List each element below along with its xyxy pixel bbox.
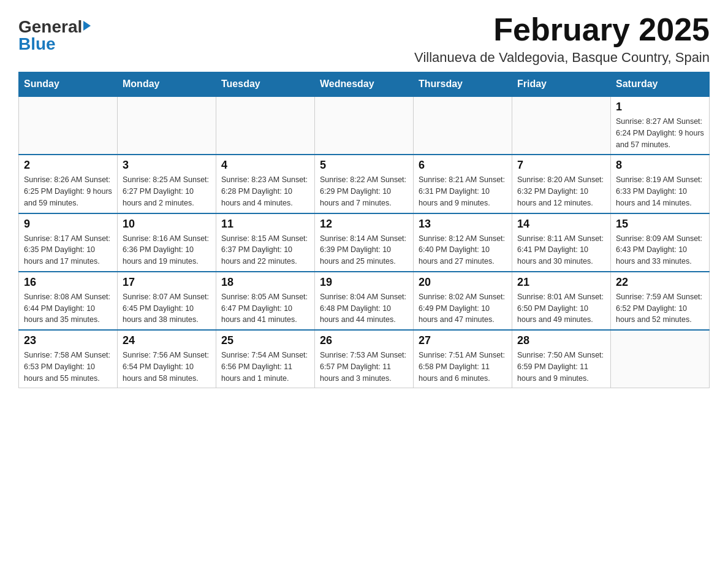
day-number: 22 bbox=[616, 276, 704, 289]
day-info: Sunrise: 8:20 AM Sunset: 6:32 PM Dayligh… bbox=[517, 174, 605, 209]
calendar-cell: 7Sunrise: 8:20 AM Sunset: 6:32 PM Daylig… bbox=[512, 155, 611, 213]
day-number: 24 bbox=[123, 334, 211, 347]
calendar-cell: 28Sunrise: 7:50 AM Sunset: 6:59 PM Dayli… bbox=[512, 330, 611, 388]
calendar-cell bbox=[118, 96, 216, 155]
day-info: Sunrise: 8:22 AM Sunset: 6:29 PM Dayligh… bbox=[320, 174, 408, 209]
day-number: 2 bbox=[24, 159, 112, 172]
calendar-header-thursday: Thursday bbox=[414, 72, 512, 97]
calendar-week-4: 16Sunrise: 8:08 AM Sunset: 6:44 PM Dayli… bbox=[19, 272, 710, 330]
day-number: 19 bbox=[320, 276, 408, 289]
day-number: 1 bbox=[616, 101, 704, 113]
day-number: 11 bbox=[221, 218, 309, 231]
logo-arrow-icon bbox=[83, 21, 91, 31]
day-number: 20 bbox=[419, 276, 507, 289]
calendar-cell: 22Sunrise: 7:59 AM Sunset: 6:52 PM Dayli… bbox=[611, 272, 710, 330]
calendar-cell: 18Sunrise: 8:05 AM Sunset: 6:47 PM Dayli… bbox=[216, 272, 315, 330]
calendar-cell: 11Sunrise: 8:15 AM Sunset: 6:37 PM Dayli… bbox=[216, 213, 315, 272]
calendar-header-monday: Monday bbox=[118, 72, 216, 97]
calendar-header-friday: Friday bbox=[512, 72, 611, 97]
logo: General Blue bbox=[18, 12, 91, 53]
calendar-cell: 8Sunrise: 8:19 AM Sunset: 6:33 PM Daylig… bbox=[611, 155, 710, 213]
day-info: Sunrise: 8:14 AM Sunset: 6:39 PM Dayligh… bbox=[320, 233, 408, 267]
day-number: 9 bbox=[24, 218, 112, 231]
day-number: 28 bbox=[517, 334, 605, 347]
calendar-header-wednesday: Wednesday bbox=[315, 72, 414, 97]
day-info: Sunrise: 8:16 AM Sunset: 6:36 PM Dayligh… bbox=[123, 233, 211, 267]
day-number: 17 bbox=[123, 276, 211, 289]
calendar-cell bbox=[315, 96, 414, 155]
day-number: 10 bbox=[123, 218, 211, 231]
calendar-header-tuesday: Tuesday bbox=[216, 72, 315, 97]
calendar-cell: 5Sunrise: 8:22 AM Sunset: 6:29 PM Daylig… bbox=[315, 155, 414, 213]
day-info: Sunrise: 7:56 AM Sunset: 6:54 PM Dayligh… bbox=[123, 350, 211, 384]
calendar-cell: 13Sunrise: 8:12 AM Sunset: 6:40 PM Dayli… bbox=[414, 213, 512, 272]
day-info: Sunrise: 8:25 AM Sunset: 6:27 PM Dayligh… bbox=[123, 174, 211, 209]
calendar-cell bbox=[611, 330, 710, 388]
calendar-cell: 2Sunrise: 8:26 AM Sunset: 6:25 PM Daylig… bbox=[19, 155, 118, 213]
logo-blue-text: Blue bbox=[18, 36, 56, 53]
calendar-cell bbox=[512, 96, 611, 155]
calendar-cell: 4Sunrise: 8:23 AM Sunset: 6:28 PM Daylig… bbox=[216, 155, 315, 213]
page-header: General Blue February 2025 Villanueva de… bbox=[18, 12, 710, 66]
month-title: February 2025 bbox=[414, 12, 710, 47]
calendar-cell: 26Sunrise: 7:53 AM Sunset: 6:57 PM Dayli… bbox=[315, 330, 414, 388]
calendar-cell: 12Sunrise: 8:14 AM Sunset: 6:39 PM Dayli… bbox=[315, 213, 414, 272]
day-info: Sunrise: 8:15 AM Sunset: 6:37 PM Dayligh… bbox=[221, 233, 309, 267]
title-block: February 2025 Villanueva de Valdegovia, … bbox=[414, 12, 710, 66]
day-info: Sunrise: 8:08 AM Sunset: 6:44 PM Dayligh… bbox=[24, 291, 112, 326]
day-number: 4 bbox=[221, 159, 309, 172]
day-info: Sunrise: 8:09 AM Sunset: 6:43 PM Dayligh… bbox=[616, 233, 704, 267]
day-info: Sunrise: 8:21 AM Sunset: 6:31 PM Dayligh… bbox=[419, 174, 507, 209]
day-info: Sunrise: 8:12 AM Sunset: 6:40 PM Dayligh… bbox=[419, 233, 507, 267]
calendar-cell: 16Sunrise: 8:08 AM Sunset: 6:44 PM Dayli… bbox=[19, 272, 118, 330]
calendar-cell: 25Sunrise: 7:54 AM Sunset: 6:56 PM Dayli… bbox=[216, 330, 315, 388]
day-info: Sunrise: 7:59 AM Sunset: 6:52 PM Dayligh… bbox=[616, 291, 704, 326]
day-info: Sunrise: 8:11 AM Sunset: 6:41 PM Dayligh… bbox=[517, 233, 605, 267]
calendar-week-5: 23Sunrise: 7:58 AM Sunset: 6:53 PM Dayli… bbox=[19, 330, 710, 388]
day-number: 5 bbox=[320, 159, 408, 172]
day-number: 16 bbox=[24, 276, 112, 289]
day-number: 15 bbox=[616, 218, 704, 231]
logo-general-text: General bbox=[18, 18, 82, 36]
day-info: Sunrise: 8:27 AM Sunset: 6:24 PM Dayligh… bbox=[616, 116, 704, 150]
day-number: 18 bbox=[221, 276, 309, 289]
calendar-cell: 19Sunrise: 8:04 AM Sunset: 6:48 PM Dayli… bbox=[315, 272, 414, 330]
calendar-cell: 15Sunrise: 8:09 AM Sunset: 6:43 PM Dayli… bbox=[611, 213, 710, 272]
day-info: Sunrise: 7:53 AM Sunset: 6:57 PM Dayligh… bbox=[320, 350, 408, 384]
calendar-cell: 17Sunrise: 8:07 AM Sunset: 6:45 PM Dayli… bbox=[118, 272, 216, 330]
day-info: Sunrise: 8:04 AM Sunset: 6:48 PM Dayligh… bbox=[320, 291, 408, 326]
day-info: Sunrise: 7:58 AM Sunset: 6:53 PM Dayligh… bbox=[24, 350, 112, 384]
calendar-table: SundayMondayTuesdayWednesdayThursdayFrid… bbox=[18, 72, 710, 388]
day-info: Sunrise: 8:19 AM Sunset: 6:33 PM Dayligh… bbox=[616, 174, 704, 209]
day-info: Sunrise: 8:05 AM Sunset: 6:47 PM Dayligh… bbox=[221, 291, 309, 326]
day-number: 23 bbox=[24, 334, 112, 347]
day-info: Sunrise: 7:54 AM Sunset: 6:56 PM Dayligh… bbox=[221, 350, 309, 384]
day-number: 14 bbox=[517, 218, 605, 231]
calendar-header-row: SundayMondayTuesdayWednesdayThursdayFrid… bbox=[19, 72, 710, 97]
calendar-cell: 14Sunrise: 8:11 AM Sunset: 6:41 PM Dayli… bbox=[512, 213, 611, 272]
day-number: 7 bbox=[517, 159, 605, 172]
calendar-cell: 6Sunrise: 8:21 AM Sunset: 6:31 PM Daylig… bbox=[414, 155, 512, 213]
day-number: 3 bbox=[123, 159, 211, 172]
calendar-header-sunday: Sunday bbox=[19, 72, 118, 97]
day-number: 8 bbox=[616, 159, 704, 172]
day-info: Sunrise: 8:26 AM Sunset: 6:25 PM Dayligh… bbox=[24, 174, 112, 209]
calendar-cell bbox=[414, 96, 512, 155]
day-number: 12 bbox=[320, 218, 408, 231]
day-number: 26 bbox=[320, 334, 408, 347]
location-title: Villanueva de Valdegovia, Basque Country… bbox=[414, 50, 710, 66]
day-number: 21 bbox=[517, 276, 605, 289]
calendar-week-2: 2Sunrise: 8:26 AM Sunset: 6:25 PM Daylig… bbox=[19, 155, 710, 213]
day-number: 27 bbox=[419, 334, 507, 347]
calendar-week-3: 9Sunrise: 8:17 AM Sunset: 6:35 PM Daylig… bbox=[19, 213, 710, 272]
calendar-cell bbox=[216, 96, 315, 155]
calendar-cell bbox=[19, 96, 118, 155]
calendar-cell: 20Sunrise: 8:02 AM Sunset: 6:49 PM Dayli… bbox=[414, 272, 512, 330]
day-info: Sunrise: 8:23 AM Sunset: 6:28 PM Dayligh… bbox=[221, 174, 309, 209]
calendar-cell: 23Sunrise: 7:58 AM Sunset: 6:53 PM Dayli… bbox=[19, 330, 118, 388]
day-number: 6 bbox=[419, 159, 507, 172]
day-number: 25 bbox=[221, 334, 309, 347]
day-info: Sunrise: 8:01 AM Sunset: 6:50 PM Dayligh… bbox=[517, 291, 605, 326]
calendar-cell: 10Sunrise: 8:16 AM Sunset: 6:36 PM Dayli… bbox=[118, 213, 216, 272]
calendar-cell: 9Sunrise: 8:17 AM Sunset: 6:35 PM Daylig… bbox=[19, 213, 118, 272]
